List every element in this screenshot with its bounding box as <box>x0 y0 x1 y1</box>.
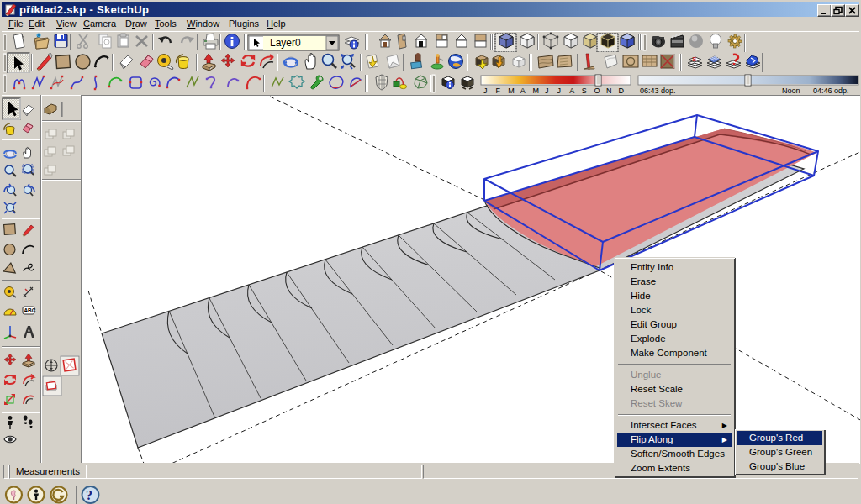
svg-text:N: N <box>606 87 612 95</box>
svg-text:06:43 dop.: 06:43 dop. <box>640 87 676 95</box>
svg-text:F: F <box>496 87 501 95</box>
svg-text:S: S <box>582 87 587 95</box>
svg-text:J: J <box>545 87 549 95</box>
svg-text:M: M <box>532 87 539 95</box>
svg-text:?: ? <box>86 488 92 502</box>
svg-text:A: A <box>520 87 526 95</box>
svg-text:A: A <box>569 87 574 95</box>
svg-text:ABC: ABC <box>24 307 35 313</box>
svg-text:M: M <box>508 87 515 95</box>
svg-text:D: D <box>619 87 625 95</box>
svg-text:J: J <box>483 87 488 95</box>
svg-text:J: J <box>557 87 562 95</box>
svg-text:04:46 odp.: 04:46 odp. <box>813 87 849 95</box>
svg-text:S: S <box>692 55 697 63</box>
svg-text:Layer0: Layer0 <box>270 37 301 49</box>
svg-text:Noon: Noon <box>782 87 800 95</box>
svg-text:O: O <box>594 87 600 95</box>
